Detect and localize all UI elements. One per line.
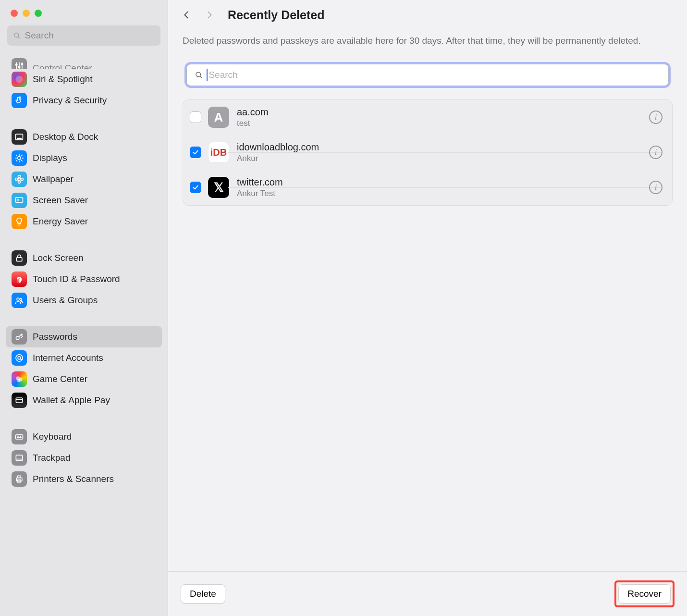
svg-point-21	[18, 175, 21, 178]
sidebar-item-keyboard[interactable]: Keyboard	[0, 426, 168, 447]
info-button[interactable]: i	[649, 111, 662, 124]
svg-rect-45	[18, 476, 21, 478]
page-title: Recently Deleted	[228, 8, 324, 22]
sidebar-item-touch-id-password[interactable]: Touch ID & Password	[0, 269, 168, 290]
svg-line-48	[200, 76, 201, 77]
sidebar-item-wallet-apple-pay[interactable]: Wallet & Apple Pay	[0, 390, 168, 411]
sidebar-item-label: Displays	[33, 153, 67, 163]
gamecenter-icon	[12, 371, 27, 387]
sidebar-item-control-center[interactable]: Control Center	[0, 55, 168, 69]
site-name: idownloadblog.com	[237, 142, 649, 153]
recover-button[interactable]: Recover	[618, 584, 671, 604]
svg-point-8	[16, 76, 23, 83]
sidebar-item-trackpad[interactable]: Trackpad	[0, 447, 168, 468]
dock-icon	[12, 129, 27, 145]
svg-point-39	[17, 436, 18, 437]
footer: Delete Recover	[168, 571, 687, 616]
key-icon	[12, 329, 27, 345]
username: Ankur	[237, 154, 649, 163]
delete-button[interactable]: Delete	[181, 584, 225, 604]
siri-icon	[12, 72, 27, 87]
trackpad-icon	[12, 450, 27, 466]
svg-point-23	[15, 178, 18, 181]
printer-icon	[12, 471, 27, 487]
password-search-container	[183, 60, 673, 90]
info-button[interactable]: i	[649, 146, 662, 159]
minimize-window-button[interactable]	[23, 10, 30, 17]
sidebar-item-privacy-security[interactable]: Privacy & Security	[0, 90, 168, 111]
sidebar-item-lock-screen[interactable]: Lock Screen	[0, 247, 168, 269]
row-checkbox[interactable]	[190, 182, 201, 193]
svg-rect-25	[16, 197, 23, 202]
main-panel: Recently Deleted Deleted passwords and p…	[168, 0, 687, 616]
at-icon	[12, 350, 27, 366]
sidebar-item-label: Game Center	[33, 374, 87, 384]
svg-line-1	[18, 37, 19, 38]
sidebar-item-label: Energy Saver	[33, 216, 88, 227]
svg-point-29	[20, 298, 22, 300]
svg-point-31	[18, 357, 21, 359]
users-icon	[12, 293, 27, 308]
svg-line-19	[22, 155, 23, 156]
back-button[interactable]	[177, 5, 196, 25]
close-window-button[interactable]	[11, 10, 18, 17]
sidebar-item-label: Trackpad	[33, 453, 71, 463]
sidebar-item-wallpaper[interactable]: Wallpaper	[0, 169, 168, 190]
svg-point-22	[18, 181, 21, 183]
sidebar-list: Control CenterSiri & SpotlightPrivacy & …	[0, 50, 168, 616]
username: Ankur Test	[237, 189, 649, 198]
svg-rect-27	[16, 258, 22, 261]
sliders-icon	[12, 58, 27, 69]
password-search-input[interactable]	[209, 70, 661, 80]
svg-point-26	[17, 199, 19, 201]
svg-line-16	[16, 155, 17, 156]
svg-point-34	[17, 379, 21, 382]
sidebar-search-input[interactable]	[25, 30, 155, 41]
sidebar-item-game-center[interactable]: Game Center	[0, 369, 168, 390]
row-checkbox[interactable]	[190, 111, 201, 123]
sidebar-item-label: Wallpaper	[33, 174, 74, 185]
zoom-window-button[interactable]	[35, 10, 42, 17]
svg-point-11	[18, 157, 21, 160]
sidebar-item-printers-scanners[interactable]: Printers & Scanners	[0, 468, 168, 490]
row-checkbox[interactable]	[190, 147, 201, 158]
sidebar-item-label: Desktop & Dock	[33, 132, 98, 142]
sidebar-item-label: Keyboard	[33, 431, 72, 442]
password-row[interactable]: Aaa.comtesti	[183, 100, 672, 135]
forward-button[interactable]	[200, 5, 219, 25]
sidebar-item-label: Wallet & Apple Pay	[33, 395, 110, 406]
svg-point-24	[21, 178, 23, 181]
sidebar-item-passwords[interactable]: Passwords	[6, 326, 162, 347]
svg-line-18	[16, 160, 17, 161]
sidebar-item-users-groups[interactable]: Users & Groups	[0, 290, 168, 311]
sidebar-item-desktop-dock[interactable]: Desktop & Dock	[0, 126, 168, 148]
password-row[interactable]: 𝕏twitter.comAnkur Testi	[183, 170, 672, 205]
sidebar-item-label: Lock Screen	[33, 253, 84, 263]
sidebar-item-label: Privacy & Security	[33, 95, 107, 106]
sidebar-item-screen-saver[interactable]: Screen Saver	[0, 190, 168, 211]
sun-icon	[12, 150, 27, 166]
keyboard-icon	[12, 429, 27, 444]
main-header: Recently Deleted	[168, 0, 687, 30]
svg-line-17	[22, 160, 23, 161]
recover-highlight: Recover	[614, 580, 675, 607]
sidebar-item-label: Screen Saver	[33, 195, 88, 206]
svg-point-28	[17, 298, 19, 300]
search-icon	[195, 71, 203, 79]
sidebar-item-label: Users & Groups	[33, 295, 98, 306]
search-icon	[13, 31, 21, 40]
password-search[interactable]	[186, 64, 669, 86]
sidebar-item-internet-accounts[interactable]: Internet Accounts	[0, 347, 168, 369]
page-description: Deleted passwords and passkeys are avail…	[168, 30, 687, 60]
sidebar-item-displays[interactable]: Displays	[0, 148, 168, 169]
sidebar-item-siri-spotlight[interactable]: Siri & Spotlight	[0, 69, 168, 90]
sidebar-item-energy-saver[interactable]: Energy Saver	[0, 211, 168, 232]
svg-rect-10	[17, 138, 22, 139]
svg-rect-36	[16, 399, 22, 401]
site-name: aa.com	[237, 107, 649, 118]
sidebar-item-label: Printers & Scanners	[33, 474, 114, 484]
sidebar-search[interactable]	[7, 25, 160, 46]
info-button[interactable]: i	[649, 181, 662, 194]
sidebar-item-label: Touch ID & Password	[33, 274, 120, 284]
password-row[interactable]: iDBidownloadblog.comAnkuri	[183, 135, 672, 170]
